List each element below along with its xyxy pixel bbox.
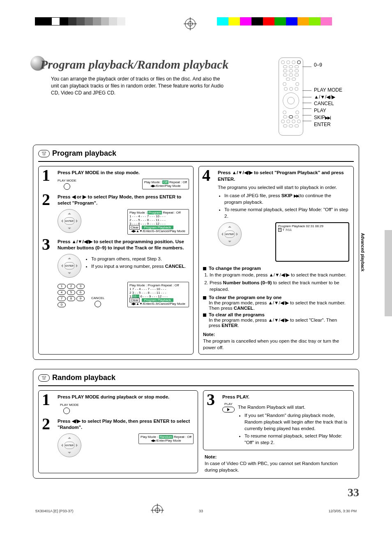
registration-mark-icon	[152, 505, 163, 513]
program-right-column: 4 Press ▲/▼/◀/▶ to select "Program Playb…	[198, 166, 354, 355]
random-step-1: 1 Press PLAY MODE during playback or sto…	[43, 394, 194, 414]
bullet: If you input a wrong number, press CANCE…	[91, 263, 189, 269]
step-head: Press PLAY MODE in the stop mode.	[58, 170, 189, 176]
footer-left: 5X30401A [E] (P33-37)	[35, 509, 74, 513]
vcd-cd-badge-icon: VCDCD	[38, 374, 50, 382]
bullet: To program others, repeat Step 3.	[91, 256, 189, 262]
program-playback-section: Advanced playback VCDCD Program playback…	[33, 145, 359, 360]
bw-density-bar	[35, 17, 125, 25]
remote-label-play: PLAY	[314, 107, 342, 114]
playmode-label: PLAY MODE	[60, 403, 194, 407]
step-number: 1	[42, 391, 50, 408]
divider	[38, 161, 354, 162]
program-step-1: 1 Press PLAY MODE in the stop mode. PLAY…	[43, 170, 189, 190]
remote-label-nums: 0–9	[314, 62, 342, 69]
enter-dial-icon: ENTER	[218, 222, 242, 246]
registration-mark-icon	[185, 18, 196, 29]
program-step-4: 4 Press ▲/▼/◀/▶ to select "Program Playb…	[203, 170, 349, 262]
enter-dial-icon: ENTER	[58, 433, 81, 457]
page-number: 33	[33, 486, 359, 499]
step-head: Press ◀/▶ to select Play Mode, then pres…	[58, 418, 194, 431]
subhead-clear-one: To clear the program one by one In the p…	[203, 295, 349, 311]
intro-text: You can arrange the playback order of tr…	[51, 76, 224, 96]
bullet: If you set "Random" during playback mode…	[244, 412, 349, 432]
color-bar	[217, 17, 332, 25]
step-number: 3	[207, 391, 215, 408]
remote-illustration	[279, 58, 303, 136]
random-step-3: 3 Press PLAY. PLAY The Random Playback w…	[208, 394, 349, 447]
subhead-clear-all: To clear all the programs In the program…	[203, 312, 349, 328]
note-label: Note:	[205, 454, 352, 460]
step-head: Press PLAY.	[222, 394, 349, 401]
note-body: The program is cancelled when you open t…	[203, 338, 349, 351]
bullet: To resume normal playback, select Play M…	[244, 433, 349, 446]
remote-label-cancel: CANCEL	[314, 100, 342, 107]
play-button-icon	[222, 407, 235, 412]
tv-osd: Program Playback 02:31 08:29 T T 7/11	[275, 222, 349, 262]
numpad-icon: 123 456 789 0	[58, 284, 85, 307]
note-body: In case of Video CD with PBC, you cannot…	[205, 460, 352, 473]
step-head: Press ▲/▼/◀/▶ to select the programming …	[58, 239, 189, 251]
side-tab-label: Advanced playback	[360, 233, 365, 271]
random-section-title: Random playback	[52, 373, 115, 382]
random-step-2: 2 Press ◀/▶ to select Play Mode, then pr…	[43, 418, 194, 457]
remote-callout: 0–9 PLAY MODE ▲/▼/◀/▶ CANCEL PLAY SKIP E…	[279, 58, 359, 136]
step-head: Press ◀ or ▶ to select Play Mode, then p…	[58, 194, 189, 207]
remote-labels: 0–9 PLAY MODE ▲/▼/◀/▶ CANCEL PLAY SKIP E…	[314, 58, 342, 128]
play-label: PLAY	[222, 402, 235, 406]
step-head: Press ▲/▼/◀/▶ to select "Program Playbac…	[218, 170, 349, 182]
step-number: 2	[42, 416, 50, 432]
osd-program-input: Play Mode : Program Repeat : Off 1 7 - -…	[127, 282, 189, 307]
page-title: Program playback/Random playback	[33, 58, 270, 71]
step-number: 4	[202, 167, 210, 184]
note-label: Note:	[203, 331, 349, 338]
osd-random: Play Mode : Random Repeat : Off ◀▶/Enter…	[138, 433, 194, 444]
cancel-button-icon	[95, 301, 101, 307]
skip-forward-icon	[325, 115, 330, 120]
random-playback-section: VCDCD Random playback 1 Press PLAY MODE …	[33, 369, 359, 479]
cancel-label: CANCEL	[91, 296, 104, 300]
footer: 5X30401A [E] (P33-37) 33 12/3/05, 3:30 P…	[33, 509, 359, 513]
remote-label-arrows: ▲/▼/◀/▶	[314, 94, 342, 101]
program-step-3: 3 Press ▲/▼/◀/▶ to select the programmin…	[43, 239, 189, 307]
skip-forward-icon	[294, 193, 299, 198]
program-step-2: 2 Press ◀ or ▶ to select Play Mode, then…	[43, 194, 189, 235]
step-number: 3	[42, 236, 50, 253]
bullet: To resume normal playback, select Play M…	[224, 206, 349, 219]
subhead-change-program: To change the program	[203, 266, 349, 271]
bullet: In case of JPEG file, press SKIP to cont…	[224, 192, 349, 205]
osd-playmode-off: Play Mode : Off Repeat : Off ◀▶/Enter/Pl…	[142, 179, 189, 189]
step-head: Press PLAY MODE during playback or stop …	[58, 394, 194, 401]
divider	[38, 385, 354, 386]
random-right-column: 3 Press PLAY. PLAY The Random Playback w…	[203, 390, 354, 450]
footer-center: 33	[199, 509, 203, 513]
program-section-title: Program playback	[52, 149, 116, 158]
step-number: 1	[42, 167, 50, 184]
remote-label-enter: ENTER	[314, 121, 342, 128]
osd-program-grid: Play Mode : Program Repeat : Off 1 - - -…	[127, 209, 189, 235]
playmode-label: PLAY MODE	[58, 179, 76, 182]
remote-label-playmode: PLAY MODE	[314, 87, 342, 94]
enter-dial-icon: ENTER	[58, 254, 81, 278]
vcd-cd-badge-icon: VCDCD	[38, 150, 50, 157]
program-left-column: 1 Press PLAY MODE in the stop mode. PLAY…	[38, 166, 194, 355]
enter-dial-icon: ENTER	[58, 209, 81, 233]
list-item: Press Number buttons (0–9) to select the…	[210, 279, 349, 292]
step-body: The programs you selected will start to …	[218, 184, 349, 191]
step-body: The Random Playback will start.	[238, 404, 349, 410]
playmode-button-icon	[64, 183, 70, 190]
list-item: In the program mode, press ▲/▼/◀/▶ to se…	[210, 272, 349, 278]
crop-marks-area	[0, 0, 392, 37]
footer-right: 12/3/05, 3:30 PM	[328, 509, 357, 513]
random-left-column: 1 Press PLAY MODE during playback or sto…	[38, 390, 198, 473]
playmode-button-icon	[63, 408, 70, 414]
step-number: 2	[42, 191, 50, 208]
remote-label-skip: SKIP	[314, 114, 342, 121]
